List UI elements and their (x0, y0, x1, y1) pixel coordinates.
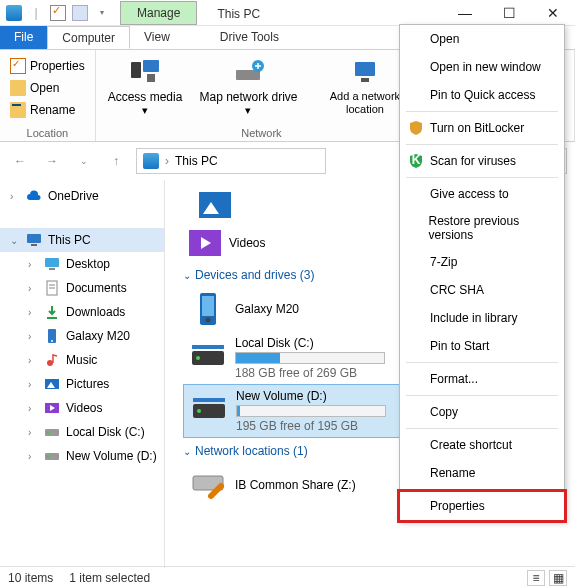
tab-file[interactable]: File (0, 26, 47, 49)
drive-item-new-volume-d-[interactable]: New Volume (D:)195 GB free of 195 GB (183, 384, 433, 438)
tree-item-downloads[interactable]: ›Downloads (0, 300, 164, 324)
chevron-icon: › (28, 283, 38, 294)
ctx-item-give-access-to[interactable]: Give access to (400, 180, 564, 208)
svg-rect-9 (27, 234, 41, 243)
ctx-item-pin-to-start[interactable]: Pin to Start (400, 332, 564, 360)
status-bar: 10 items 1 item selected ≡ ▦ (0, 566, 575, 588)
chevron-icon: › (28, 307, 38, 318)
context-menu: OpenOpen in new windowPin to Quick acces… (399, 24, 565, 521)
rename-icon (10, 102, 26, 118)
map-drive-icon (232, 56, 264, 88)
qat-folder-icon[interactable] (72, 5, 88, 21)
ctx-item-label: Open (430, 32, 459, 46)
view-details-button[interactable]: ≡ (527, 570, 545, 586)
access-media-button[interactable]: Access media ▾ (102, 52, 189, 125)
ctx-item-label: 7-Zip (430, 255, 457, 269)
drive-usage-bar (235, 352, 385, 364)
tree-item-desktop[interactable]: ›Desktop (0, 252, 164, 276)
address-icon (143, 153, 159, 169)
status-selected-count: 1 item selected (69, 571, 150, 585)
ctx-item-create-shortcut[interactable]: Create shortcut (400, 431, 564, 459)
desktop-icon (44, 256, 60, 272)
shield-gold-icon (408, 120, 424, 136)
ctx-item-label: CRC SHA (430, 283, 484, 297)
minimize-button[interactable]: — (443, 0, 487, 25)
chevron-icon: › (28, 379, 38, 390)
maximize-button[interactable]: ☐ (487, 0, 531, 25)
ctx-item-include-in-library[interactable]: Include in library (400, 304, 564, 332)
svg-rect-0 (131, 62, 141, 78)
music-icon (44, 352, 60, 368)
ctx-item-label: Copy (430, 405, 458, 419)
open-button[interactable]: Open (6, 78, 89, 98)
app-icon (6, 5, 22, 21)
tree-item-videos[interactable]: ›Videos (0, 396, 164, 420)
qat-dropdown-icon[interactable]: ▾ (94, 5, 110, 21)
ctx-item-7-zip[interactable]: 7-Zip (400, 248, 564, 276)
svg-rect-40 (193, 398, 225, 402)
tree-item-music[interactable]: ›Music (0, 348, 164, 372)
title-bar: | ✓ ▾ Manage This PC — ☐ ✕ (0, 0, 575, 26)
tree-item-this-pc[interactable]: ⌄This PC (0, 228, 164, 252)
chevron-down-icon: ⌄ (183, 446, 191, 457)
up-button[interactable]: ↑ (104, 149, 128, 173)
chevron-icon: › (28, 355, 38, 366)
documents-icon (44, 280, 60, 296)
ctx-item-open-in-new-window[interactable]: Open in new window (400, 53, 564, 81)
navigation-pane[interactable]: ›OneDrive⌄This PC›Desktop›Documents›Down… (0, 180, 165, 568)
ctx-item-rename[interactable]: Rename (400, 459, 564, 487)
ctx-item-open[interactable]: Open (400, 25, 564, 53)
tree-item-pictures[interactable]: ›Pictures (0, 372, 164, 396)
forward-button[interactable]: → (40, 149, 64, 173)
tree-item-new-volume-d-[interactable]: ›New Volume (D:) (0, 444, 164, 468)
network-share-item[interactable]: IB Common Share (Z:) (183, 462, 433, 508)
ctx-item-restore-previous-versions[interactable]: Restore previous versions (400, 208, 564, 248)
chevron-icon: › (28, 331, 38, 342)
rename-button[interactable]: Rename (6, 100, 89, 120)
drive-item-local-disk-c-[interactable]: Local Disk (C:)188 GB free of 269 GB (183, 332, 433, 384)
tree-item-onedrive[interactable]: ›OneDrive (0, 184, 164, 208)
tab-drive-tools[interactable]: Drive Tools (206, 26, 293, 49)
ctx-item-properties[interactable]: Properties (400, 492, 564, 520)
ctx-item-turn-on-bitlocker[interactable]: Turn on BitLocker (400, 114, 564, 142)
pictures-icon (199, 192, 231, 218)
tree-item-galaxy-m20[interactable]: ›Galaxy M20 (0, 324, 164, 348)
ctx-item-copy[interactable]: Copy (400, 398, 564, 426)
svg-point-27 (47, 456, 49, 458)
phone-icon (189, 290, 227, 328)
recent-button[interactable]: ⌄ (72, 149, 96, 173)
ctx-item-label: Give access to (430, 187, 509, 201)
drive-free-text: 188 GB free of 269 GB (235, 366, 385, 380)
chevron-icon: ⌄ (10, 235, 20, 246)
ctx-item-label: Include in library (430, 311, 517, 325)
address-bar[interactable]: › This PC (136, 148, 326, 174)
ctx-item-pin-to-quick-access[interactable]: Pin to Quick access (400, 81, 564, 109)
chevron-icon: › (28, 451, 38, 462)
network-drive-icon (189, 466, 227, 504)
chevron-icon: › (28, 259, 38, 270)
tree-item-label: Downloads (66, 305, 125, 319)
map-network-drive-button[interactable]: Map network drive ▾ (194, 52, 302, 125)
add-location-icon (349, 56, 381, 88)
properties-button[interactable]: ✓Properties (6, 56, 89, 76)
view-tiles-button[interactable]: ▦ (549, 570, 567, 586)
ctx-item-label: Pin to Quick access (430, 88, 535, 102)
back-button[interactable]: ← (8, 149, 32, 173)
tab-computer[interactable]: Computer (47, 26, 130, 49)
drive-name: New Volume (D:) (236, 389, 386, 403)
contextual-tab-manage[interactable]: Manage (120, 1, 197, 25)
tree-item-documents[interactable]: ›Documents (0, 276, 164, 300)
tree-item-local-disk-c-[interactable]: ›Local Disk (C:) (0, 420, 164, 444)
drive-name: IB Common Share (Z:) (235, 478, 356, 492)
ctx-item-label: Create shortcut (430, 438, 512, 452)
ctx-item-format-[interactable]: Format... (400, 365, 564, 393)
tab-view[interactable]: View (130, 26, 184, 49)
svg-rect-5 (355, 62, 375, 76)
ctx-item-crc-sha[interactable]: CRC SHA (400, 276, 564, 304)
ssd-icon (189, 339, 227, 377)
svg-point-39 (197, 409, 201, 413)
close-button[interactable]: ✕ (531, 0, 575, 25)
qat-checkbox-icon[interactable]: ✓ (50, 5, 66, 21)
ctx-item-scan-for-viruses[interactable]: KScan for viruses (400, 147, 564, 175)
drive-item-galaxy-m20[interactable]: Galaxy M20 (183, 286, 433, 332)
